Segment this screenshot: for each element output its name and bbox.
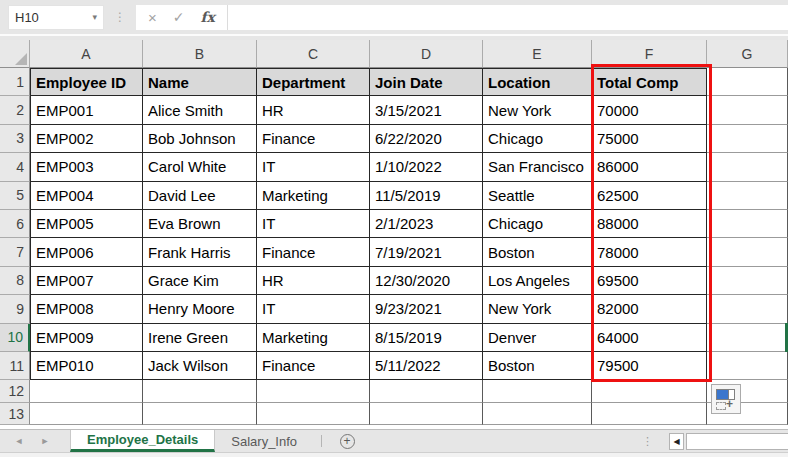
cell-A4[interactable]: EMP003 [30, 153, 143, 181]
cell-B1[interactable]: Name [143, 68, 257, 96]
cell-E2[interactable]: New York [483, 96, 592, 124]
column-header-A[interactable]: A [30, 40, 143, 68]
add-sheet-button[interactable]: + [330, 430, 364, 452]
cell-G3[interactable] [707, 125, 788, 153]
cell-G6[interactable] [707, 210, 788, 238]
cell-C12[interactable] [257, 380, 370, 403]
cell-D7[interactable]: 7/19/2021 [370, 238, 483, 266]
horizontal-scrollbar-thumb[interactable] [686, 433, 788, 450]
cell-E8[interactable]: Los Angeles [483, 267, 592, 295]
cell-F5[interactable]: 62500 [592, 182, 707, 210]
cell-A5[interactable]: EMP004 [30, 182, 143, 210]
cell-G10[interactable] [707, 324, 788, 352]
auto-fill-options-button[interactable]: + [711, 384, 741, 414]
cell-F9[interactable]: 82000 [592, 295, 707, 323]
cell-F3[interactable]: 75000 [592, 125, 707, 153]
column-header-G[interactable]: G [707, 40, 788, 68]
cell-D2[interactable]: 3/15/2021 [370, 96, 483, 124]
row-header-13[interactable]: 13 [0, 403, 30, 426]
formula-bar-input[interactable] [228, 5, 788, 30]
cell-E10[interactable]: Denver [483, 324, 592, 352]
cell-D13[interactable] [370, 403, 483, 426]
cell-B13[interactable] [143, 403, 257, 426]
cell-C3[interactable]: Finance [257, 125, 370, 153]
cell-F2[interactable]: 70000 [592, 96, 707, 124]
cell-C11[interactable]: Finance [257, 352, 370, 380]
cell-A9[interactable]: EMP008 [30, 295, 143, 323]
row-header-3[interactable]: 3 [0, 125, 30, 153]
row-header-10[interactable]: 10 [0, 324, 30, 352]
cell-C6[interactable]: IT [257, 210, 370, 238]
cell-A11[interactable]: EMP010 [30, 352, 143, 380]
cell-A6[interactable]: EMP005 [30, 210, 143, 238]
cell-E3[interactable]: Chicago [483, 125, 592, 153]
cell-B10[interactable]: Irene Green [143, 324, 257, 352]
cell-B12[interactable] [143, 380, 257, 403]
cell-E9[interactable]: New York [483, 295, 592, 323]
cell-C10[interactable]: Marketing [257, 324, 370, 352]
cell-F7[interactable]: 78000 [592, 238, 707, 266]
select-all-button[interactable] [0, 40, 30, 68]
insert-function-icon[interactable]: fx [201, 9, 215, 25]
cell-G2[interactable] [707, 96, 788, 124]
cell-E6[interactable]: Chicago [483, 210, 592, 238]
cell-F4[interactable]: 86000 [592, 153, 707, 181]
cell-D4[interactable]: 1/10/2022 [370, 153, 483, 181]
cell-D5[interactable]: 11/5/2019 [370, 182, 483, 210]
cell-B7[interactable]: Frank Harris [143, 238, 257, 266]
cell-F11[interactable]: 79500 [592, 352, 707, 380]
enter-icon[interactable]: ✓ [173, 9, 185, 25]
cell-G5[interactable] [707, 182, 788, 210]
cell-B2[interactable]: Alice Smith [143, 96, 257, 124]
cell-A10[interactable]: EMP009 [30, 324, 143, 352]
cell-F12[interactable] [592, 380, 707, 403]
column-header-E[interactable]: E [483, 40, 592, 68]
cell-A12[interactable] [30, 380, 143, 403]
tab-nav-right-icon[interactable]: ► [32, 430, 58, 452]
cell-D6[interactable]: 2/1/2023 [370, 210, 483, 238]
cell-F8[interactable]: 69500 [592, 267, 707, 295]
row-header-2[interactable]: 2 [0, 96, 30, 124]
cell-G1[interactable] [707, 68, 788, 96]
cell-E11[interactable]: Boston [483, 352, 592, 380]
column-header-F[interactable]: F [592, 40, 707, 68]
column-header-B[interactable]: B [143, 40, 257, 68]
cell-D10[interactable]: 8/15/2019 [370, 324, 483, 352]
cell-G7[interactable] [707, 238, 788, 266]
cell-D9[interactable]: 9/23/2021 [370, 295, 483, 323]
row-header-1[interactable]: 1 [0, 68, 30, 96]
cell-C13[interactable] [257, 403, 370, 426]
cell-C4[interactable]: IT [257, 153, 370, 181]
cell-E1[interactable]: Location [483, 68, 592, 96]
cell-G8[interactable] [707, 267, 788, 295]
tab-nav-left-icon[interactable]: ◄ [6, 430, 32, 452]
cell-B4[interactable]: Carol White [143, 153, 257, 181]
row-header-9[interactable]: 9 [0, 295, 30, 323]
cell-E13[interactable] [483, 403, 592, 426]
name-box[interactable]: H10 ▾ [8, 5, 104, 30]
scroll-left-button[interactable]: ◀ [669, 433, 684, 450]
cell-D8[interactable]: 12/30/2020 [370, 267, 483, 295]
row-header-5[interactable]: 5 [0, 182, 30, 210]
cell-C5[interactable]: Marketing [257, 182, 370, 210]
cell-A3[interactable]: EMP002 [30, 125, 143, 153]
cell-B9[interactable]: Henry Moore [143, 295, 257, 323]
cell-B8[interactable]: Grace Kim [143, 267, 257, 295]
cell-A7[interactable]: EMP006 [30, 238, 143, 266]
cell-C2[interactable]: HR [257, 96, 370, 124]
row-header-11[interactable]: 11 [0, 352, 30, 380]
cell-E7[interactable]: Boston [483, 238, 592, 266]
cell-A2[interactable]: EMP001 [30, 96, 143, 124]
cancel-icon[interactable]: × [148, 9, 157, 26]
chevron-down-icon[interactable]: ▾ [92, 12, 97, 22]
sheet-tab-salary-info[interactable]: Salary_Info [215, 430, 313, 452]
cell-C8[interactable]: HR [257, 267, 370, 295]
cell-D3[interactable]: 6/22/2020 [370, 125, 483, 153]
row-header-6[interactable]: 6 [0, 210, 30, 238]
cell-C9[interactable]: IT [257, 295, 370, 323]
row-header-12[interactable]: 12 [0, 380, 30, 403]
cell-F1[interactable]: Total Comp [592, 68, 707, 96]
cell-G11[interactable] [707, 352, 788, 380]
cell-E4[interactable]: San Francisco [483, 153, 592, 181]
cell-D11[interactable]: 5/11/2022 [370, 352, 483, 380]
